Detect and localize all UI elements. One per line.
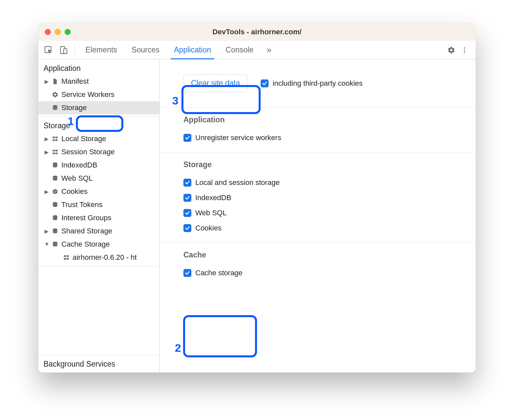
svg-rect-25 (64, 255, 66, 257)
inspect-element-icon[interactable] (41, 41, 56, 59)
svg-point-3 (464, 47, 465, 48)
svg-rect-14 (55, 153, 58, 154)
sidebar-group-title: Background Services (38, 355, 159, 371)
sidebar-item-label: Web SQL (61, 174, 93, 183)
cookie-icon (51, 188, 59, 195)
sidebar-item-local-storage[interactable]: ▶ Local Storage (38, 132, 159, 145)
svg-rect-26 (67, 255, 69, 257)
svg-point-4 (464, 49, 465, 51)
sidebar-item-manifest[interactable]: ▶ Manifest (38, 75, 159, 88)
sidebar-item-label: Storage (61, 104, 87, 112)
tab-label: Elements (85, 45, 117, 54)
titlebar: DevTools - airhorner.com/ (38, 23, 476, 41)
sidebar-item-cookies[interactable]: ▶ Cookies (38, 185, 159, 198)
tab-elements[interactable]: Elements (78, 41, 124, 59)
sidebar-item-shared-storage[interactable]: ▶ Shared Storage (38, 225, 159, 238)
svg-point-18 (54, 190, 55, 191)
sidebar-item-cache-entry[interactable]: ▶ airhorner-0.6.20 - ht (38, 251, 159, 264)
section-heading: Application (183, 115, 463, 124)
checkbox-label: Unregister service workers (195, 134, 281, 142)
database-icon (51, 241, 59, 248)
expander-right-icon: ▶ (44, 78, 49, 85)
close-window-button[interactable] (45, 29, 51, 35)
sidebar-item-label: Manifest (61, 77, 89, 86)
panel-tabs: Elements Sources Application Console (78, 41, 261, 59)
websql-option[interactable]: Web SQL (183, 205, 463, 221)
expander-right-icon: ▶ (44, 149, 49, 155)
indexeddb-option[interactable]: IndexedDB (183, 190, 463, 205)
sidebar-item-cache-storage[interactable]: ▼ Cache Storage (38, 238, 159, 251)
third-party-cookies-option[interactable]: including third-party cookies (261, 76, 363, 91)
sidebar-group-storage: Storage ▶ Local Storage ▶ Session Storag… (38, 117, 159, 266)
sidebar-item-label: Local Storage (61, 135, 106, 143)
cache-storage-option[interactable]: Cache storage (183, 265, 463, 281)
grid-icon (51, 135, 59, 142)
sidebar-item-websql[interactable]: ▶ Web SQL (38, 172, 159, 185)
toolbar-right (438, 41, 471, 59)
tab-application[interactable]: Application (167, 41, 218, 59)
unregister-sw-option[interactable]: Unregister service workers (183, 130, 463, 145)
tab-sources[interactable]: Sources (124, 41, 167, 59)
minimize-window-button[interactable] (55, 29, 61, 35)
database-icon (51, 162, 59, 168)
checkbox-checked-icon (183, 179, 191, 187)
gear-icon (51, 91, 59, 98)
svg-rect-7 (53, 136, 55, 138)
tab-console[interactable]: Console (218, 41, 261, 59)
checkbox-label: IndexedDB (195, 194, 231, 202)
svg-point-17 (53, 189, 58, 194)
sidebar-item-indexeddb[interactable]: ▶ IndexedDB (38, 159, 159, 172)
expander-right-icon: ▶ (44, 136, 49, 142)
sidebar-item-interest-groups[interactable]: ▶ Interest Groups (38, 211, 159, 225)
sidebar-item-label: Shared Storage (61, 227, 112, 235)
checkbox-checked-icon (183, 134, 191, 142)
sidebar-item-label: IndexedDB (61, 161, 97, 169)
sidebar-group-background-services: Background Services (38, 355, 159, 373)
separator (75, 45, 75, 55)
svg-rect-2 (64, 48, 67, 53)
devtools-toolbar: Elements Sources Application Console » (38, 41, 476, 59)
sidebar-item-service-workers[interactable]: ▶ Service Workers (38, 88, 159, 101)
svg-rect-10 (55, 139, 58, 141)
clear-data-section: Clear site data including third-party co… (160, 59, 476, 107)
expander-down-icon: ▼ (44, 241, 49, 247)
tab-label: Console (226, 45, 253, 54)
svg-point-20 (54, 192, 55, 193)
section-heading: Cache (183, 251, 463, 259)
settings-gear-icon[interactable] (445, 46, 458, 54)
sidebar-item-label: Cookies (61, 187, 87, 196)
checkbox-label: Local and session storage (195, 178, 280, 187)
svg-rect-9 (53, 139, 55, 141)
sidebar-item-trust-tokens[interactable]: ▶ Trust Tokens (38, 198, 159, 211)
kebab-menu-icon[interactable] (458, 46, 471, 54)
checkbox-checked-icon (183, 269, 191, 277)
more-tabs-icon[interactable]: » (261, 41, 277, 59)
svg-rect-27 (64, 258, 66, 260)
grid-icon (63, 254, 70, 261)
panel-body: Application ▶ Manifest ▶ Service Workers (38, 59, 476, 373)
cookies-option[interactable]: Cookies (183, 221, 463, 236)
sidebar-item-session-storage[interactable]: ▶ Session Storage (38, 145, 159, 159)
svg-rect-12 (55, 150, 58, 151)
device-toolbar-icon[interactable] (56, 41, 71, 59)
expander-right-icon: ▶ (44, 228, 49, 234)
file-icon (51, 78, 59, 85)
checkbox-label: Web SQL (195, 209, 227, 217)
sidebar-group-application: Application ▶ Manifest ▶ Service Workers (38, 59, 159, 117)
checkbox-checked-icon (183, 194, 191, 202)
sidebar-item-label: Service Workers (61, 90, 114, 99)
sidebar-item-label: airhorner-0.6.20 - ht (73, 253, 137, 262)
sidebar-item-label: Cache Storage (61, 240, 110, 249)
database-icon (51, 175, 59, 182)
database-icon (51, 201, 59, 208)
checkbox-label: Cache storage (195, 269, 242, 277)
checkbox-checked-icon (183, 224, 191, 232)
database-icon (51, 215, 59, 221)
tab-label: Sources (132, 45, 159, 54)
clear-site-data-button[interactable]: Clear site data (183, 75, 247, 92)
database-icon (51, 105, 59, 111)
zoom-window-button[interactable] (65, 29, 71, 35)
sidebar-item-storage[interactable]: ▶ Storage (38, 101, 159, 114)
local-session-storage-option[interactable]: Local and session storage (183, 175, 463, 190)
application-sidebar: Application ▶ Manifest ▶ Service Workers (38, 59, 160, 373)
